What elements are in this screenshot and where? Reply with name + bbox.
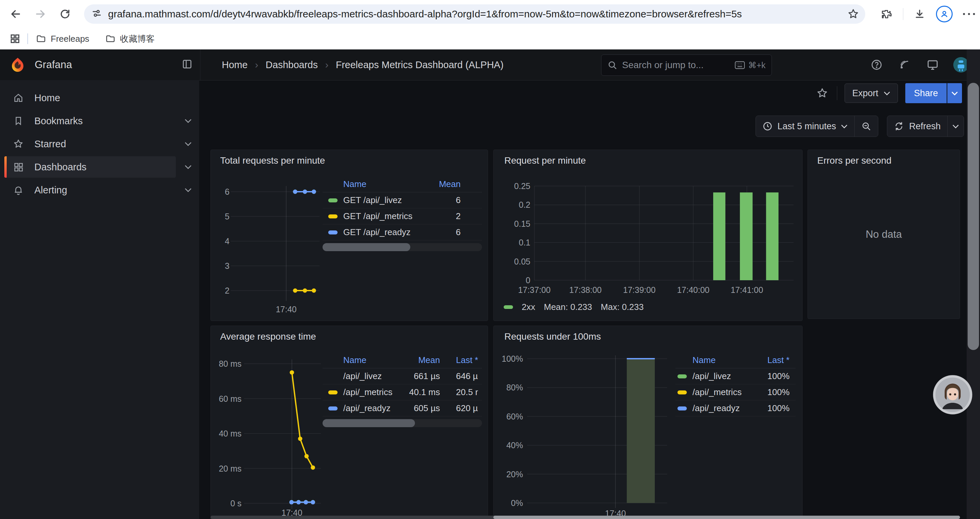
bookmark-star-icon[interactable] <box>847 8 859 21</box>
table-row[interactable]: /api/_readyz 605 µs 620 µs <box>323 401 482 417</box>
dock-menu-icon[interactable] <box>181 58 193 71</box>
table-row[interactable]: GET /api/_livez 6 <box>323 192 482 208</box>
scrollbar-thumb[interactable] <box>968 83 979 350</box>
chevron-down-icon[interactable] <box>183 139 193 149</box>
series-mean: 605 µs <box>414 403 440 414</box>
table-row[interactable]: GET /api/_readyz 6 <box>323 224 482 241</box>
legend-table: Name Last * /api/_livez 100% /api/_metri… <box>675 352 795 417</box>
no-data-message: No data <box>808 150 960 319</box>
bookmark-folder-blogs[interactable]: 收藏博客 <box>105 33 155 45</box>
browser-profile-icon[interactable] <box>936 6 953 22</box>
scrollbar-thumb[interactable] <box>493 516 960 519</box>
time-range-picker[interactable]: Last 5 minutes <box>756 116 854 137</box>
svg-text:60%: 60% <box>506 412 523 421</box>
news-icon[interactable] <box>897 57 912 72</box>
svg-text:5: 5 <box>225 212 229 221</box>
series-name[interactable]: GET /api/_metrics <box>343 211 413 222</box>
scrollbar-thumb[interactable] <box>323 243 410 251</box>
chevron-down-icon[interactable] <box>183 116 193 126</box>
share-button[interactable]: Share <box>905 83 947 103</box>
browser-menu-icon[interactable] <box>961 6 977 22</box>
grafana-logo[interactable] <box>10 57 25 72</box>
sidebar-row: Starred <box>0 133 199 155</box>
breadcrumb-home[interactable]: Home <box>222 59 248 70</box>
assistant-avatar[interactable] <box>932 375 973 415</box>
search-input[interactable] <box>621 59 729 71</box>
apps-grid-icon[interactable] <box>7 31 23 46</box>
column-header-name[interactable]: Name <box>343 179 366 189</box>
reload-icon[interactable] <box>57 6 73 22</box>
series-name[interactable]: /api/_metrics <box>343 387 392 398</box>
time-range-label: Last 5 minutes <box>778 121 836 132</box>
table-row[interactable]: /api/_metrics 100% <box>675 385 795 401</box>
series-last: 100% <box>767 387 790 398</box>
export-button[interactable]: Export <box>845 83 898 103</box>
bookmarks-bar: Freeleaps 收藏博客 <box>0 28 980 50</box>
panel-title[interactable]: Requests under 100ms <box>504 331 601 342</box>
series-name[interactable]: GET /api/_livez <box>343 195 402 205</box>
legend-series-name[interactable]: 2xx <box>522 302 535 312</box>
extensions-icon[interactable] <box>879 6 894 22</box>
breadcrumb-current: Freeleaps Metrics Dashboard (ALPHA) <box>336 59 504 70</box>
table-row[interactable]: /api/_livez 661 µs 646 µs <box>323 368 482 385</box>
series-name[interactable]: GET /api/_readyz <box>343 227 410 238</box>
panel-title[interactable]: Average response time <box>220 331 316 342</box>
site-settings-icon[interactable] <box>91 8 102 20</box>
favorite-star-icon[interactable] <box>815 86 830 101</box>
sidebar-item-dashboards[interactable]: Dashboards <box>4 156 176 178</box>
sidebar-item-bookmarks[interactable]: Bookmarks <box>4 110 176 132</box>
table-scrollbar[interactable] <box>323 243 482 251</box>
series-name[interactable]: /api/_livez <box>343 371 382 382</box>
column-header-name[interactable]: Name <box>692 355 716 366</box>
bookmark-folder-freeleaps[interactable]: Freeleaps <box>36 34 89 44</box>
help-icon[interactable] <box>869 57 884 72</box>
nav-sidebar: Home Bookmarks Starred Dashboards <box>0 80 199 519</box>
table-row[interactable]: /api/_livez 100% <box>675 368 795 385</box>
series-name[interactable]: /api/_readyz <box>343 403 391 414</box>
sidebar-item-starred[interactable]: Starred <box>4 133 176 155</box>
bookmark-folder-label: 收藏博客 <box>120 33 155 45</box>
browser-toolbar: grafana.mathmast.com/d/deytv4rwavabkb/fr… <box>0 0 980 28</box>
table-row[interactable]: /api/_readyz 100% <box>675 401 795 417</box>
column-header-mean[interactable]: Mean <box>418 355 440 366</box>
refresh-group: Refresh <box>887 115 964 137</box>
column-header-mean[interactable]: Mean <box>439 179 461 189</box>
breadcrumb-dashboards[interactable]: Dashboards <box>266 59 318 70</box>
sidebar-item-home[interactable]: Home <box>4 87 176 109</box>
panel-title[interactable]: Errors per second <box>817 155 892 166</box>
zoom-out-button[interactable] <box>854 116 878 137</box>
table-row[interactable]: GET /api/_metrics 2 <box>323 208 482 224</box>
horizontal-scrollbar[interactable] <box>210 516 960 519</box>
scrollbar-thumb[interactable] <box>323 419 415 427</box>
panel-request-per-minute: Request per minute 0.250.20.150.10.05017… <box>493 150 803 321</box>
url-text[interactable]: grafana.mathmast.com/d/deytv4rwavabkb/fr… <box>108 8 865 20</box>
folder-icon <box>36 34 46 44</box>
download-icon[interactable] <box>912 6 927 22</box>
monitor-icon[interactable] <box>925 57 940 72</box>
chevron-down-icon[interactable] <box>183 162 193 172</box>
column-header-last[interactable]: Last * <box>767 355 790 366</box>
column-header-name[interactable]: Name <box>343 355 366 366</box>
share-menu-chevron-icon[interactable] <box>947 83 962 103</box>
series-mean: 2 <box>456 211 461 222</box>
column-header-last[interactable]: Last * <box>456 355 478 366</box>
legend-table-header: Name Last * <box>675 352 795 368</box>
series-name[interactable]: /api/_readyz <box>692 403 740 414</box>
bar-chart[interactable]: 0.250.20.150.10.05017:37:0017:38:0017:39… <box>494 150 803 321</box>
sidebar-item-alerting[interactable]: Alerting <box>4 179 176 201</box>
series-name[interactable]: /api/_metrics <box>692 387 741 398</box>
forward-icon[interactable] <box>33 6 48 22</box>
refresh-interval-chevron[interactable] <box>948 116 964 137</box>
chevron-down-icon[interactable] <box>183 185 193 195</box>
refresh-button[interactable]: Refresh <box>887 116 947 137</box>
table-scrollbar[interactable] <box>323 419 482 427</box>
panel-title[interactable]: Total requests per minute <box>220 155 325 166</box>
series-name[interactable]: /api/_livez <box>692 371 731 382</box>
vertical-scrollbar[interactable] <box>967 50 980 519</box>
panel-title[interactable]: Request per minute <box>504 155 586 166</box>
search-box[interactable]: ⌘+k <box>601 54 772 76</box>
address-bar[interactable]: grafana.mathmast.com/d/deytv4rwavabkb/fr… <box>84 4 865 24</box>
back-icon[interactable] <box>8 6 23 22</box>
legend-table-header: Name Mean <box>323 176 482 192</box>
table-row[interactable]: /api/_metrics 40.1 ms 20.5 ms <box>323 385 482 401</box>
